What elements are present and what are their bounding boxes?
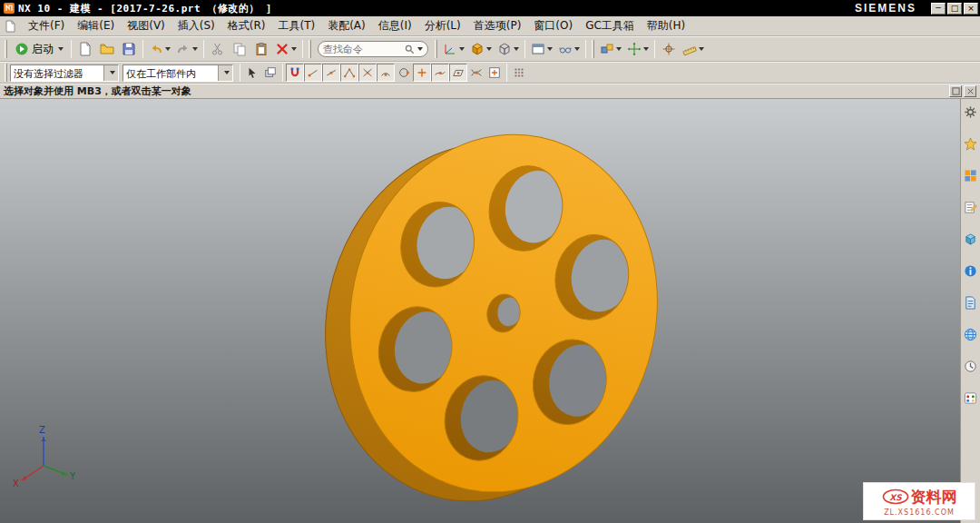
info-icon[interactable] <box>963 262 979 279</box>
rendering-style-button[interactable] <box>467 38 495 60</box>
orient-view-button[interactable] <box>440 38 467 60</box>
chevron-down-icon <box>514 47 519 51</box>
delete-button[interactable] <box>272 38 299 60</box>
point-on-face-button[interactable] <box>449 64 467 82</box>
stacked-objects-icon <box>264 66 277 79</box>
control-point-button[interactable] <box>340 64 358 82</box>
wireframe-cube-icon <box>497 42 512 56</box>
layout-grid-icon[interactable] <box>963 167 979 183</box>
history-document-icon[interactable] <box>963 294 979 311</box>
command-finder[interactable] <box>318 41 428 57</box>
menu-gc-toolbox[interactable]: GC工具箱 <box>579 16 641 35</box>
menu-view[interactable]: 视图(V) <box>121 16 172 35</box>
close-button[interactable]: × <box>964 3 978 15</box>
main-area: Z X Y <box>0 99 980 523</box>
show-hide-button[interactable] <box>555 38 583 60</box>
chevron-down-icon <box>486 47 492 51</box>
toolbar-separator <box>585 40 586 58</box>
toolbar-grip[interactable] <box>592 40 594 58</box>
assembly-icon <box>600 42 614 56</box>
existing-point-button[interactable] <box>413 64 431 82</box>
point-on-face-icon <box>452 66 465 79</box>
search-input[interactable] <box>323 44 404 55</box>
intersection-point-icon <box>361 66 374 79</box>
move-arrows-icon <box>627 42 642 56</box>
menu-format[interactable]: 格式(R) <box>221 16 272 35</box>
assembly-constraints-button[interactable] <box>597 38 624 60</box>
menu-insert[interactable]: 插入(S) <box>172 16 221 35</box>
menu-tools[interactable]: 工具(T) <box>271 16 321 35</box>
point-constructor-button[interactable] <box>485 64 504 82</box>
select-cursor-button[interactable] <box>243 64 261 82</box>
mid-point-button[interactable] <box>322 64 340 82</box>
snap-view-button[interactable] <box>658 38 680 60</box>
move-component-button[interactable] <box>624 38 652 60</box>
snap-point-toggle-button[interactable] <box>286 64 304 82</box>
chevron-down-icon <box>547 47 553 51</box>
menu-preferences[interactable]: 首选项(P) <box>467 16 528 35</box>
viewport-canvas[interactable]: Z X Y <box>0 99 960 523</box>
new-file-button[interactable] <box>74 38 96 60</box>
menu-analysis[interactable]: 分析(L) <box>418 16 467 35</box>
toolbar-grip[interactable] <box>309 40 311 58</box>
graphics-viewport[interactable]: Z X Y <box>0 99 960 523</box>
redo-button[interactable] <box>173 38 201 60</box>
copy-button[interactable] <box>229 38 250 60</box>
toolbar-grip[interactable] <box>435 40 437 58</box>
maximize-button[interactable]: □ <box>947 3 962 15</box>
watermark: XS 资料网 ZL.XS1616.COM <box>863 482 975 520</box>
palette-icon[interactable] <box>963 390 979 406</box>
part-navigator-icon[interactable] <box>963 231 979 247</box>
point-on-curve-button[interactable] <box>431 64 449 82</box>
start-menu-button[interactable]: 启动 <box>10 38 68 60</box>
dropdown-arrow-button[interactable] <box>218 65 232 81</box>
type-filter-value: 没有选择过滤器 <box>11 65 103 81</box>
new-file-icon <box>78 42 93 56</box>
dropdown-arrow-button[interactable] <box>103 65 118 81</box>
menu-information[interactable]: 信息(I) <box>372 16 418 35</box>
dock-close-button[interactable] <box>964 85 976 97</box>
dock-restore-button[interactable] <box>949 85 962 97</box>
measure-button[interactable] <box>680 38 707 60</box>
open-button[interactable] <box>96 38 118 60</box>
nx-application-window: { "title_bar": { "app_title": "NX 10 - 建… <box>0 0 980 523</box>
window-button[interactable] <box>528 38 555 60</box>
chevron-down-icon <box>58 47 64 51</box>
arc-center-icon <box>379 66 392 79</box>
grid-point-button[interactable] <box>510 64 528 82</box>
intersection-point-button[interactable] <box>358 64 377 82</box>
paste-button[interactable] <box>250 38 272 60</box>
triad-x-label: X <box>13 479 19 488</box>
two-curve-intersection-button[interactable] <box>467 64 485 82</box>
toolbar-grip[interactable] <box>5 40 7 58</box>
minimize-button[interactable]: ─ <box>931 3 946 15</box>
wireframe-style-button[interactable] <box>495 38 522 60</box>
menu-file[interactable]: 文件(F) <box>22 16 71 35</box>
top-selection-button[interactable] <box>261 64 279 82</box>
magnet-icon <box>289 66 301 79</box>
toolbar-grip[interactable] <box>5 64 7 82</box>
type-filter-dropdown[interactable]: 没有选择过滤器 <box>10 64 119 82</box>
menu-assemblies[interactable]: 装配(A) <box>321 16 372 35</box>
gear-icon[interactable] <box>963 104 979 120</box>
cut-button[interactable] <box>207 38 229 60</box>
grid-point-icon <box>513 66 525 79</box>
roles-icon[interactable] <box>963 135 979 152</box>
history-clock-icon[interactable] <box>963 358 979 374</box>
save-button[interactable] <box>118 38 140 60</box>
chevron-down-icon <box>291 47 297 51</box>
menu-window[interactable]: 窗口(O) <box>527 16 579 35</box>
selection-scope-dropdown[interactable]: 仅在工作部件内 <box>122 64 233 82</box>
notes-icon[interactable] <box>963 199 979 215</box>
undo-button[interactable] <box>146 38 173 60</box>
web-browser-icon[interactable] <box>963 326 979 342</box>
arc-center-button[interactable] <box>377 64 395 82</box>
csys-icon <box>443 42 457 56</box>
end-point-button[interactable] <box>304 64 322 82</box>
start-icon <box>15 42 29 56</box>
menu-edit[interactable]: 编辑(E) <box>71 16 121 35</box>
paste-icon <box>254 42 269 56</box>
quadrant-point-button[interactable] <box>395 64 413 82</box>
menu-help[interactable]: 帮助(H) <box>641 16 691 35</box>
point-on-curve-icon <box>434 66 446 79</box>
